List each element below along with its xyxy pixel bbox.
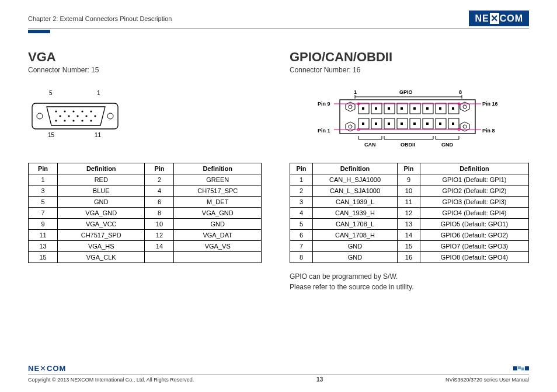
vga-pin15-label: 15 xyxy=(48,132,55,138)
th-pin: Pin xyxy=(29,163,58,174)
svg-point-12 xyxy=(55,120,57,121)
table-row: 11CH7517_SPD12VGA_DAT xyxy=(29,230,262,241)
section-gpio: GPIO/CAN/OBDII Connector Number: 16 1 GP… xyxy=(290,50,529,292)
svg-point-24 xyxy=(463,105,467,108)
svg-marker-21 xyxy=(346,102,355,111)
svg-point-11 xyxy=(94,115,96,117)
gpio-label-1: 1 xyxy=(354,89,357,95)
gpio-label-pin16: Pin 16 xyxy=(482,101,498,107)
svg-point-14 xyxy=(72,120,74,121)
gpio-diagram: 1 GPIO 8 Pin 9 Pin 16 Pin 1 Pin 8 xyxy=(290,86,529,156)
th-def: Definition xyxy=(313,163,398,174)
svg-point-26 xyxy=(349,125,352,128)
svg-point-28 xyxy=(463,125,467,128)
gpio-label-gpio: GPIO xyxy=(399,89,413,95)
table-row: 3BLUE4CH7517_SPC xyxy=(29,186,262,197)
gpio-label-pin8: Pin 8 xyxy=(482,128,495,134)
svg-marker-25 xyxy=(346,122,355,131)
table-row: 1RED2GREEN xyxy=(29,174,262,186)
gpio-label-pin1: Pin 1 xyxy=(318,128,330,134)
svg-point-15 xyxy=(81,120,83,121)
chapter-title: Chapter 2: External Connectors Pinout De… xyxy=(28,15,172,22)
gpio-label-can: CAN xyxy=(364,142,376,148)
svg-rect-56 xyxy=(401,123,403,125)
svg-rect-54 xyxy=(375,123,377,125)
table-row: 1CAN_H_SJA10009GPIO1 (Default: GPI1) xyxy=(290,174,529,186)
vga-pin11-label: 11 xyxy=(95,132,102,138)
gpio-connector-icon: 1 GPIO 8 Pin 9 Pin 16 Pin 1 Pin 8 xyxy=(290,86,529,156)
svg-marker-23 xyxy=(460,102,469,111)
svg-rect-48 xyxy=(401,107,403,110)
vga-pin1-label: 1 xyxy=(97,90,100,96)
gpio-label-pin9: Pin 9 xyxy=(318,101,330,107)
gpio-notes: GPIO can be programmed by S/W. Please re… xyxy=(290,271,529,292)
table-row: 3CAN_1939_L11GPIO3 (Default: GPI3) xyxy=(290,197,529,208)
vga-connector-icon: 5 1 15 11 xyxy=(27,86,126,150)
header-divider xyxy=(28,28,529,29)
footer-manual-name: NViS3620/3720 series User Manual xyxy=(445,377,529,383)
svg-rect-52 xyxy=(452,107,454,110)
gpio-heading: GPIO/CAN/OBDII xyxy=(290,50,529,65)
svg-point-13 xyxy=(64,120,65,121)
vga-heading: VGA xyxy=(28,50,262,65)
svg-point-8 xyxy=(68,115,69,117)
svg-rect-46 xyxy=(375,107,377,110)
th-pin: Pin xyxy=(290,163,313,174)
svg-rect-47 xyxy=(388,107,390,110)
gpio-pin-table: Pin Definition Pin Definition 1CAN_H_SJA… xyxy=(290,163,529,263)
logo-x-icon: ✕ xyxy=(490,13,499,24)
svg-point-6 xyxy=(90,110,92,112)
th-def: Definition xyxy=(420,163,528,174)
page-footer: NE✕COM Copyright © 2013 NEXCOM Internati… xyxy=(28,364,529,383)
th-pin: Pin xyxy=(145,163,174,174)
gpio-label-gnd: GND xyxy=(441,142,454,148)
gpio-note-1: GPIO can be programmed by S/W. xyxy=(290,271,529,282)
table-row: 5CAN_1708_L13GPIO5 (Default: GPO1) xyxy=(290,219,529,230)
vga-pin-table: Pin Definition Pin Definition 1RED2GREEN… xyxy=(28,163,262,263)
table-row: 4CAN_1939_H12GPIO4 (Default: GPI4) xyxy=(290,208,529,219)
table-row: 13VGA_HS14VGA_VS xyxy=(29,241,262,252)
svg-rect-51 xyxy=(439,107,441,110)
footer-divider xyxy=(28,374,529,374)
vga-connector-number: Connector Number: 15 xyxy=(28,66,262,74)
header-accent-bar xyxy=(28,30,50,33)
svg-point-16 xyxy=(90,120,92,121)
svg-rect-57 xyxy=(413,123,416,125)
svg-marker-27 xyxy=(460,122,469,131)
logo-text-left: NE xyxy=(475,13,489,24)
svg-rect-58 xyxy=(426,123,429,125)
th-def: Definition xyxy=(174,163,262,174)
table-row: 7VGA_GND8VGA_GND xyxy=(29,208,262,219)
th-pin: Pin xyxy=(397,163,420,174)
svg-rect-55 xyxy=(388,123,390,125)
vga-diagram: 5 1 15 11 xyxy=(28,86,262,156)
footer-ornament-icon xyxy=(513,366,529,370)
gpio-connector-number: Connector Number: 16 xyxy=(290,66,529,74)
th-def: Definition xyxy=(58,163,145,174)
svg-point-10 xyxy=(85,115,87,117)
footer-copyright: Copyright © 2013 NEXCOM International Co… xyxy=(28,377,194,383)
svg-point-9 xyxy=(76,115,78,117)
table-row: 5GND6M_DET xyxy=(29,197,262,208)
gpio-label-8: 8 xyxy=(459,89,462,95)
svg-point-7 xyxy=(59,115,61,117)
svg-rect-50 xyxy=(426,107,429,110)
svg-point-5 xyxy=(81,110,83,112)
svg-rect-53 xyxy=(362,123,364,125)
svg-rect-49 xyxy=(413,107,416,110)
gpio-note-2: Please refer to the source code in utili… xyxy=(290,282,529,292)
table-row: 2CAN_L_SJA100010GPIO2 (Default: GPI2) xyxy=(290,186,529,197)
section-vga: VGA Connector Number: 15 5 1 xyxy=(28,50,262,292)
svg-point-3 xyxy=(64,110,65,112)
svg-point-0 xyxy=(37,113,43,119)
svg-rect-59 xyxy=(439,123,441,125)
footer-logo: NE✕COM xyxy=(28,364,66,373)
svg-point-2 xyxy=(55,110,57,112)
svg-rect-45 xyxy=(362,107,364,110)
table-row: 6CAN_1708_H14GPIO6 (Default: GPO2) xyxy=(290,230,529,241)
table-row: 8GND16GPIO8 (Default: GPO4) xyxy=(290,252,529,263)
gpio-label-obdii: OBDII xyxy=(401,142,415,148)
table-row: 15VGA_CLK xyxy=(29,252,262,263)
svg-rect-60 xyxy=(452,123,454,125)
svg-point-22 xyxy=(349,105,352,108)
